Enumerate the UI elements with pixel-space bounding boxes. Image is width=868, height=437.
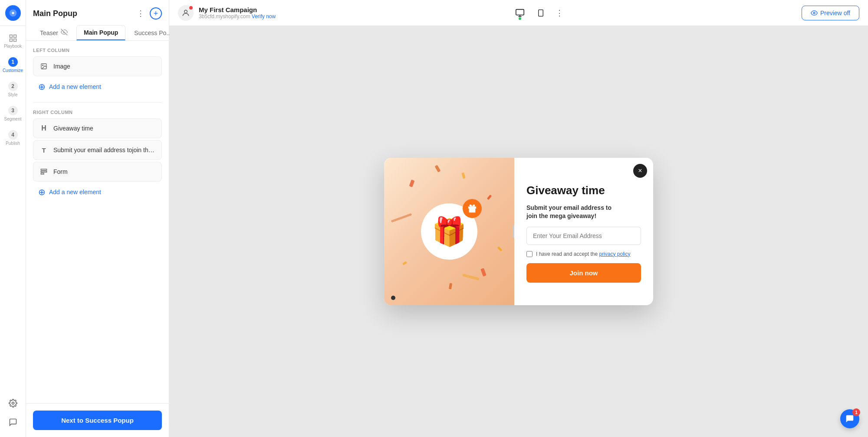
gift-badge	[463, 199, 482, 218]
more-options-button[interactable]: ⋮	[135, 7, 146, 20]
privacy-checkbox-row: I have read and accept the privacy polic…	[526, 251, 641, 257]
add-element-right-column[interactable]: ⊕ Add a new element	[33, 183, 162, 201]
popup-close-button[interactable]: ×	[633, 164, 647, 178]
preview-button[interactable]: Preview off	[802, 6, 859, 20]
campaign-info: My First Campaign 3b5cfd.myshopify.com V…	[199, 6, 276, 20]
top-bar-right: Preview off	[802, 6, 859, 20]
svg-rect-10	[41, 171, 46, 173]
more-options-topbar-button[interactable]: ⋮	[554, 7, 565, 20]
sidebar-header-actions: ⋮ +	[135, 7, 162, 20]
sidebar-title: Main Popup	[33, 9, 77, 18]
chat-support-icon[interactable]	[5, 414, 21, 430]
settings-icon[interactable]	[5, 395, 21, 411]
form-element-icon	[39, 166, 49, 177]
sidebar-header: Main Popup ⋮ +	[26, 0, 169, 20]
element-row-image[interactable]: Image	[33, 56, 162, 76]
add-icon: ⊕	[38, 82, 46, 92]
privacy-checkbox[interactable]	[526, 251, 533, 257]
popup-right-panel: × Giveaway time Submit your email addres…	[514, 158, 653, 305]
element-label-image: Image	[53, 63, 156, 70]
tab-success-popup-label: Success Po...	[134, 29, 171, 36]
gift-display: 🎁	[421, 203, 477, 260]
left-column-label: LEFT COLUMN	[33, 48, 162, 53]
svg-rect-13	[516, 9, 524, 15]
campaign-avatar	[178, 5, 194, 21]
popup-indicator-dot	[391, 296, 395, 300]
element-label-text: Submit your email address tojoin the meg…	[53, 147, 156, 153]
preview-btn-label: Preview off	[820, 10, 850, 16]
chat-support-button[interactable]: 1	[840, 409, 859, 428]
tab-main-popup-label: Main Popup	[84, 29, 118, 36]
tab-main-popup[interactable]: Main Popup	[76, 25, 125, 40]
add-element-left-column[interactable]: ⊕ Add a new element	[33, 78, 162, 95]
add-element-label-right: Add a new element	[49, 189, 101, 196]
image-element-icon	[39, 61, 49, 72]
sidebar: Main Popup ⋮ + Teaser Main Popup Success…	[26, 0, 169, 437]
checkbox-text: I have read and accept the privacy polic…	[536, 251, 630, 257]
nav-item-label: Segment	[4, 117, 21, 121]
svg-rect-19	[468, 206, 476, 209]
canvas: 🎁 × Giveaway time Submit your email addr…	[169, 26, 868, 437]
popup-tabs: Teaser Main Popup Success Po...	[26, 20, 169, 41]
verify-now-link[interactable]: Verify now	[252, 13, 276, 20]
sidebar-item-customize[interactable]: 1 Customize	[0, 53, 26, 77]
privacy-policy-link[interactable]: privacy policy	[599, 251, 630, 257]
element-row-heading[interactable]: H Giveaway time	[33, 118, 162, 138]
heading-element-icon: H	[39, 123, 49, 134]
nav-step-num: 4	[8, 130, 18, 140]
svg-point-12	[184, 10, 187, 13]
campaign-name: My First Campaign	[199, 6, 276, 13]
gift-emoji: 🎁	[432, 215, 467, 248]
nav-item-label: Customize	[3, 68, 23, 73]
nav-item-label: Style	[8, 92, 17, 97]
element-label-form: Form	[53, 168, 156, 175]
nav-bottom-actions	[5, 395, 21, 437]
top-bar-left: My First Campaign 3b5cfd.myshopify.com V…	[178, 5, 276, 21]
eye-off-icon	[61, 29, 68, 37]
text-element-icon: T	[39, 145, 49, 155]
add-icon-right: ⊕	[38, 187, 46, 197]
element-row-form[interactable]: Form	[33, 162, 162, 182]
mobile-device-button[interactable]	[533, 5, 549, 21]
nav-item-label: Publish	[6, 141, 20, 146]
sidebar-content: LEFT COLUMN Image ⊕ Add a new element RI…	[26, 41, 169, 403]
sidebar-item-segment[interactable]: 3 Segment	[0, 101, 26, 126]
add-element-button[interactable]: +	[150, 7, 162, 20]
popup-heading: Giveaway time	[526, 184, 641, 197]
nav-items-list: Playbook 1 Customize 2 Style 3 Segment 4…	[0, 26, 26, 395]
popup-subtext: Submit your email address to join the me…	[526, 204, 641, 221]
svg-point-8	[43, 65, 43, 66]
svg-rect-4	[13, 39, 16, 42]
chat-badge: 1	[852, 408, 860, 416]
tab-teaser-label: Teaser	[40, 29, 58, 36]
main-area: My First Campaign 3b5cfd.myshopify.com V…	[169, 0, 868, 437]
column-divider	[33, 102, 162, 103]
next-to-success-button[interactable]: Next to Success Popup	[33, 411, 162, 430]
svg-rect-2	[13, 35, 16, 38]
element-row-text[interactable]: T Submit your email address tojoin the m…	[33, 140, 162, 160]
resize-handle[interactable]	[513, 225, 514, 238]
popup-modal: 🎁 × Giveaway time Submit your email addr…	[384, 158, 653, 305]
nav-step-num: 2	[8, 82, 18, 91]
sidebar-item-style[interactable]: 2 Style	[0, 77, 26, 101]
email-input[interactable]	[526, 227, 641, 245]
sidebar-item-playbook[interactable]: Playbook	[0, 29, 26, 53]
tab-teaser[interactable]: Teaser	[33, 25, 75, 40]
logo-circle	[5, 5, 21, 21]
app-logo	[0, 0, 26, 26]
svg-rect-1	[10, 35, 12, 38]
right-column-label: RIGHT COLUMN	[33, 110, 162, 115]
join-now-button[interactable]: Join now	[526, 263, 641, 283]
element-label-heading: Giveaway time	[53, 125, 156, 132]
svg-point-5	[12, 402, 14, 404]
popup-left-panel: 🎁	[384, 158, 514, 305]
top-bar-center: ⋮	[512, 5, 565, 21]
sidebar-footer: Next to Success Popup	[26, 403, 169, 437]
campaign-url: 3b5cfd.myshopify.com Verify now	[199, 13, 276, 20]
nav-step-num: 3	[8, 106, 18, 115]
add-element-label: Add a new element	[49, 83, 101, 90]
notification-dot	[189, 6, 193, 10]
svg-point-18	[813, 12, 815, 14]
sidebar-item-publish[interactable]: 4 Publish	[0, 126, 26, 150]
desktop-device-button[interactable]	[512, 5, 528, 21]
